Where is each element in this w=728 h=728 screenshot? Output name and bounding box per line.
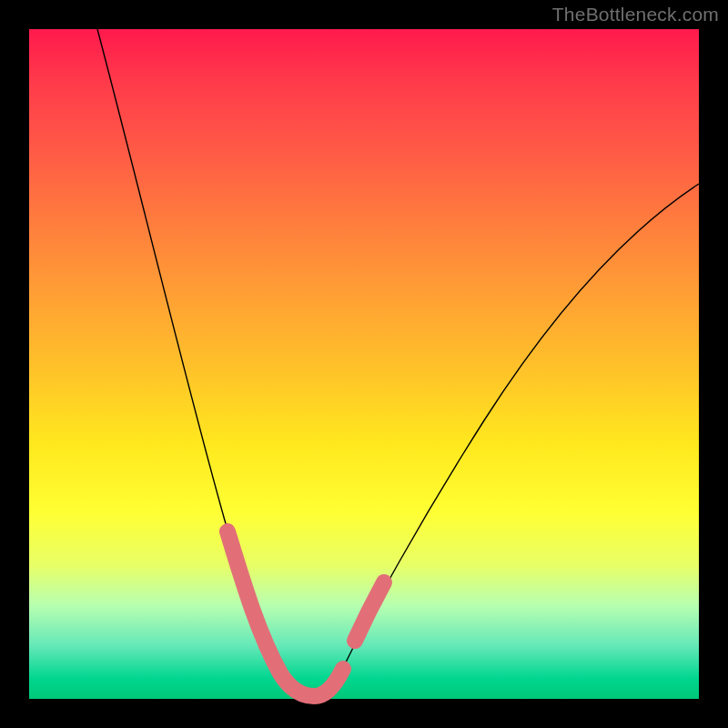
chart-frame: TheBottleneck.com — [0, 0, 728, 728]
trough-marker-left — [228, 531, 343, 696]
curve-layer — [29, 29, 699, 699]
bottleneck-curve — [97, 29, 699, 695]
watermark-text: TheBottleneck.com — [552, 4, 719, 25]
plot-area — [29, 29, 699, 699]
trough-marker-right — [355, 582, 384, 641]
